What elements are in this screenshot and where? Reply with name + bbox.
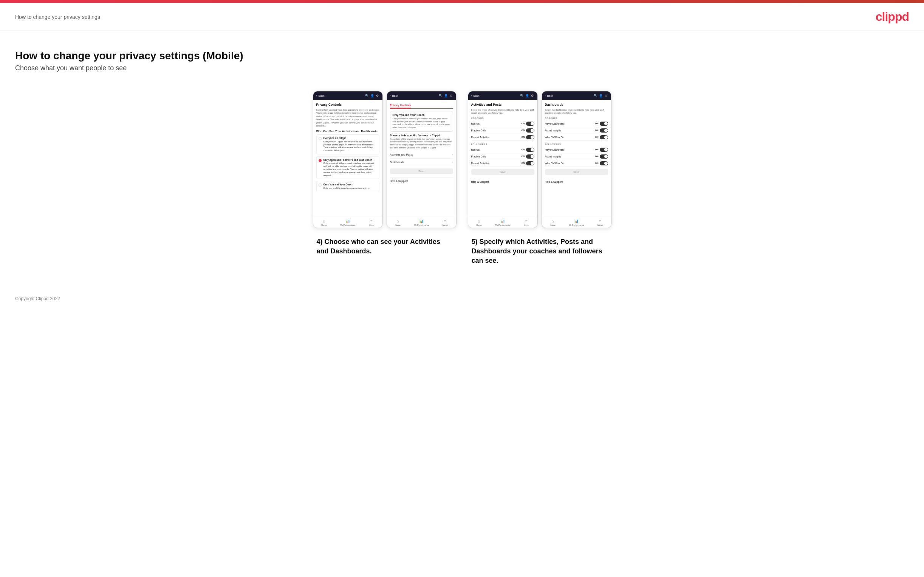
performance-icon-3: 📊 [500,219,505,223]
back-nav-4[interactable]: ‹ Back [545,94,553,97]
back-nav-1[interactable]: ‹ Back [316,94,325,97]
followers-drills-label: Practice Drills [471,155,486,158]
screenshots-row: ‹ Back 🔍 👤 ⚙ Privacy Controls Control ho… [15,91,909,266]
followers-whattowork-switch[interactable] [600,161,608,165]
nav-dashboards[interactable]: Dashboards › [390,159,453,166]
coaches-manual-toggle[interactable]: ON [522,135,535,139]
settings-icon-2[interactable]: ⚙ [449,93,453,97]
profile-icon[interactable]: 👤 [370,93,374,97]
followers-section-header-4: FOLLOWERS [545,143,608,145]
performance-icon: 📊 [346,219,350,223]
header-title: How to change your privacy settings [15,14,100,20]
footer-menu-2[interactable]: ≡ Menu [443,219,448,226]
footer-performance-label-3: My Performance [495,224,510,226]
footer-home-2[interactable]: ⌂ Home [395,219,401,226]
footer-home-4[interactable]: ⌂ Home [550,219,556,226]
followers-manual-label: Manual Activities [471,162,489,164]
coaches-manual-on-text: ON [522,136,525,138]
followers-roundinsights-switch[interactable] [600,155,608,159]
dashboards-body: Select the dashboards that you'd like to… [545,108,608,115]
header-icons-4: 🔍 👤 ⚙ [594,93,608,97]
coaches-roundinsights-switch[interactable] [600,128,608,132]
top-bar [0,0,924,3]
followers-rounds-switch[interactable] [526,148,535,152]
option-youcoach-text: Only You and Your Coach Only you and the… [323,183,370,190]
back-nav-3[interactable]: ‹ Back [471,94,480,97]
option-approved[interactable]: Only Approved Followers and Your Coach O… [316,156,380,179]
save-button-3[interactable]: Save [471,169,535,175]
coaches-roundinsights-row: Round Insights ON [545,127,608,134]
coaches-playerdash-toggle[interactable]: ON [595,122,608,126]
page-footer: Copyright Clippd 2022 [0,288,924,309]
search-icon-4[interactable]: 🔍 [594,93,598,97]
profile-icon-4[interactable]: 👤 [599,93,603,97]
privacy-controls-tab[interactable]: Privacy Controls [390,103,411,108]
followers-playerdash-toggle[interactable]: ON [595,148,608,152]
settings-icon[interactable]: ⚙ [376,93,380,97]
footer-menu-3[interactable]: ≡ Menu [524,219,529,226]
footer-home-label: Home [321,224,327,226]
followers-roundinsights-toggle[interactable]: ON [595,155,608,159]
phone-header-4: ‹ Back 🔍 👤 ⚙ [542,91,611,100]
coaches-manual-switch[interactable] [526,135,535,139]
screenshot-pair-2: ‹ Back 🔍 👤 ⚙ Activities and Posts Select… [468,91,611,228]
followers-drills-switch[interactable] [526,155,535,159]
coaches-rounds-switch[interactable] [526,122,535,126]
back-chevron-icon-3: ‹ [471,94,472,97]
settings-icon-3[interactable]: ⚙ [531,93,535,97]
phone-footer-2: ⌂ Home 📊 My Performance ≡ Menu [387,217,456,228]
footer-home-1[interactable]: ⌂ Home [321,219,327,226]
profile-icon-3[interactable]: 👤 [525,93,529,97]
footer-performance-1[interactable]: 📊 My Performance [340,219,355,226]
back-chevron-icon-2: ‹ [390,94,391,97]
search-icon[interactable]: 🔍 [365,93,369,97]
callout-text: Only you and the coaches you connect wit… [393,118,451,129]
coaches-roundinsights-on-text: ON [595,129,599,131]
privacy-tab-bar: Privacy Controls [390,103,453,109]
header: How to change your privacy settings clip… [0,3,924,31]
coaches-rounds-toggle[interactable]: ON [522,122,535,126]
phone-screen-3: ‹ Back 🔍 👤 ⚙ Activities and Posts Select… [468,91,538,228]
phone-screen-1: ‹ Back 🔍 👤 ⚙ Privacy Controls Control ho… [313,91,383,228]
search-icon-2[interactable]: 🔍 [439,93,443,97]
save-button-2[interactable]: Save [390,168,453,174]
footer-menu-1[interactable]: ≡ Menu [369,219,374,226]
option-youcoach[interactable]: Only You and Your Coach Only you and the… [316,181,380,192]
back-nav-2[interactable]: ‹ Back [390,94,398,97]
phone-header-3: ‹ Back 🔍 👤 ⚙ [468,91,537,100]
followers-manual-toggle[interactable]: ON [522,161,535,165]
coaches-whattowork-toggle[interactable]: ON [595,135,608,139]
coaches-drills-toggle[interactable]: ON [522,128,535,132]
radio-everyone[interactable] [318,137,321,140]
footer-performance-3[interactable]: 📊 My Performance [495,219,510,226]
phone-header-1: ‹ Back 🔍 👤 ⚙ [313,91,383,100]
option-approved-title: Only Approved Followers and Your Coach [323,159,377,162]
search-icon-3[interactable]: 🔍 [520,93,524,97]
option-everyone[interactable]: Everyone on Clippd Everyone on Clippd ca… [316,134,380,155]
footer-performance-4[interactable]: 📊 My Performance [569,219,584,226]
followers-drills-toggle[interactable]: ON [522,155,535,159]
coaches-drills-switch[interactable] [526,128,535,132]
settings-icon-4[interactable]: ⚙ [604,93,608,97]
coaches-roundinsights-toggle[interactable]: ON [595,128,608,132]
followers-manual-on-text: ON [522,162,525,164]
footer-home-3[interactable]: ⌂ Home [476,219,482,226]
footer-performance-2[interactable]: 📊 My Performance [414,219,429,226]
coaches-playerdash-switch[interactable] [600,122,608,126]
nav-activities[interactable]: Activities and Posts › [390,151,453,159]
footer-menu-4[interactable]: ≡ Menu [598,219,603,226]
profile-icon-2[interactable]: 👤 [444,93,448,97]
followers-manual-switch[interactable] [526,161,535,165]
followers-whattowork-toggle[interactable]: ON [595,161,608,165]
callout-box: Only You and Your Coach Only you and the… [390,111,453,132]
radio-youcoach[interactable] [318,184,321,187]
followers-playerdash-switch[interactable] [600,148,608,152]
radio-approved[interactable] [318,159,321,162]
followers-rounds-label: Rounds [471,148,480,151]
coaches-whattowork-switch[interactable] [600,135,608,139]
followers-rounds-toggle[interactable]: ON [522,148,535,152]
footer-menu-label-2: Menu [443,224,448,226]
save-button-4[interactable]: Save [545,169,608,175]
caption-1: 4) Choose who can see your Activities an… [317,237,453,256]
caption-2: 5) Specify which Activities, Posts and D… [472,237,608,266]
